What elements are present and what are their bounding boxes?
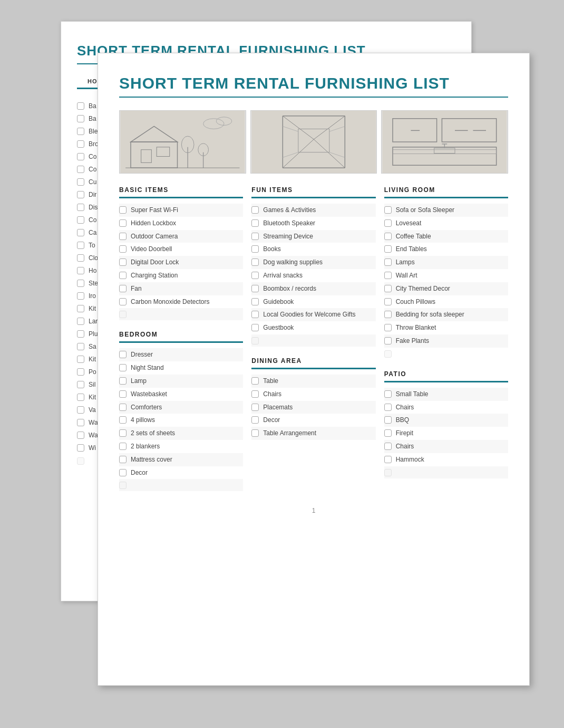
checkbox[interactable]: [251, 258, 259, 266]
checkbox[interactable]: [77, 330, 84, 338]
checkbox[interactable]: [77, 381, 84, 388]
checkbox[interactable]: [77, 280, 84, 287]
dining-area-section: DINING AREA Table Chairs Placemats Decor…: [251, 357, 375, 440]
checkbox[interactable]: [77, 178, 84, 186]
checkbox[interactable]: [77, 166, 84, 173]
checkbox[interactable]: [77, 242, 84, 249]
checkbox[interactable]: [77, 432, 84, 439]
checkbox[interactable]: [251, 233, 259, 240]
checkbox[interactable]: [77, 254, 84, 262]
checkbox[interactable]: [77, 216, 84, 224]
checkbox[interactable]: [77, 191, 84, 198]
checkbox[interactable]: [77, 140, 84, 148]
checkbox[interactable]: [119, 377, 127, 385]
checkbox[interactable]: [384, 324, 392, 331]
checkbox[interactable]: [384, 404, 392, 411]
checkbox[interactable]: [119, 285, 127, 292]
list-item: Streaming Device: [251, 230, 375, 243]
list-item: Boombox / records: [251, 282, 375, 295]
checkbox[interactable]: [384, 298, 392, 305]
checkbox[interactable]: [251, 390, 259, 398]
checkbox[interactable]: [384, 233, 392, 240]
list-item-empty: [384, 348, 508, 360]
checkbox[interactable]: [384, 245, 392, 253]
checkbox[interactable]: [77, 204, 84, 211]
checkbox[interactable]: [384, 258, 392, 266]
checkbox[interactable]: [119, 390, 127, 398]
checkbox[interactable]: [119, 469, 127, 476]
checkbox[interactable]: [384, 337, 392, 344]
checkbox[interactable]: [119, 272, 127, 279]
checkbox[interactable]: [77, 305, 84, 312]
checkbox[interactable]: [251, 245, 259, 253]
checkbox[interactable]: [77, 419, 84, 426]
checkbox[interactable]: [251, 298, 259, 305]
checkbox[interactable]: [77, 102, 84, 110]
checkbox[interactable]: [384, 429, 392, 437]
checkbox[interactable]: [77, 406, 84, 414]
checkbox[interactable]: [251, 219, 259, 227]
list-item-empty: [119, 479, 243, 491]
checkbox[interactable]: [119, 258, 127, 266]
checkbox[interactable]: [384, 416, 392, 424]
checkbox[interactable]: [251, 285, 259, 292]
house-image-1: [119, 110, 246, 174]
checkbox[interactable]: [119, 429, 127, 437]
checkbox[interactable]: [77, 267, 84, 274]
list-item: Hidden Lockbox: [119, 217, 243, 230]
list-item: Guidebook: [251, 295, 375, 309]
checkbox[interactable]: [119, 404, 127, 411]
checkbox[interactable]: [77, 318, 84, 325]
checkbox[interactable]: [251, 324, 259, 331]
checkbox[interactable]: [119, 456, 127, 463]
checkbox[interactable]: [77, 368, 84, 376]
checkbox[interactable]: [77, 394, 84, 401]
checkbox[interactable]: [119, 245, 127, 253]
checkbox[interactable]: [384, 443, 392, 450]
checkbox[interactable]: [251, 311, 259, 318]
checkbox[interactable]: [77, 153, 84, 160]
list-item: Digital Door Lock: [119, 256, 243, 269]
checkbox[interactable]: [384, 206, 392, 214]
checkbox[interactable]: [384, 272, 392, 279]
checkbox[interactable]: [384, 390, 392, 398]
list-item: Guestbook: [251, 321, 375, 334]
checkbox[interactable]: [384, 456, 392, 463]
checkbox[interactable]: [119, 351, 127, 358]
bedroom-section: BEDROOM Dresser Night Stand Lamp Wasteba…: [119, 331, 243, 491]
checkbox[interactable]: [251, 206, 259, 214]
checkbox[interactable]: [251, 429, 259, 437]
list-item: Dog walking supplies: [251, 256, 375, 269]
list-item: Bedding for sofa sleeper: [384, 308, 508, 321]
checkbox[interactable]: [384, 311, 392, 318]
checkbox[interactable]: [119, 416, 127, 424]
list-item: Decor: [119, 466, 243, 480]
list-item: Lamp: [119, 375, 243, 388]
checkbox[interactable]: [77, 444, 84, 452]
list-item: Local Goodies for Welcome Gifts: [251, 308, 375, 321]
checkbox[interactable]: [119, 233, 127, 240]
checkbox[interactable]: [119, 298, 127, 305]
checkbox[interactable]: [251, 404, 259, 411]
checkbox[interactable]: [77, 115, 84, 122]
checkbox[interactable]: [251, 377, 259, 385]
checkbox[interactable]: [251, 416, 259, 424]
checkbox[interactable]: [384, 219, 392, 227]
checkbox[interactable]: [77, 356, 84, 363]
checkbox[interactable]: [119, 206, 127, 214]
checkbox[interactable]: [77, 343, 84, 350]
checkbox[interactable]: [77, 292, 84, 300]
list-item: Coffee Table: [384, 230, 508, 243]
list-item: 4 pillows: [119, 414, 243, 427]
list-item: Chairs: [251, 388, 375, 401]
checkbox[interactable]: [119, 443, 127, 450]
checkbox[interactable]: [384, 285, 392, 292]
list-item: Placemats: [251, 401, 375, 414]
list-item: Games & Activities: [251, 204, 375, 217]
patio-section: PATIO Small Table Chairs BBQ Firepit Cha…: [384, 370, 508, 478]
checkbox[interactable]: [77, 229, 84, 236]
checkbox[interactable]: [119, 219, 127, 227]
checkbox[interactable]: [119, 364, 127, 371]
checkbox[interactable]: [251, 272, 259, 279]
checkbox[interactable]: [77, 128, 84, 135]
